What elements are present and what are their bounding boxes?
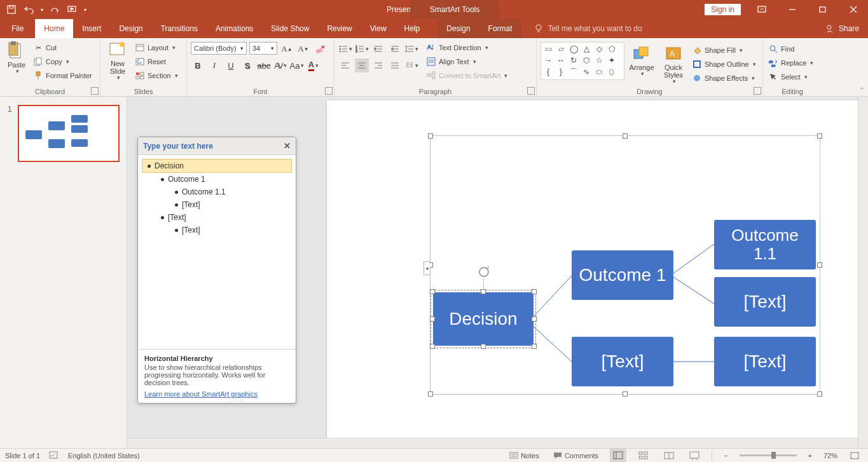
learn-more-link[interactable]: Learn more about SmartArt graphics xyxy=(144,390,258,398)
slide-thumbnail-1[interactable] xyxy=(18,105,120,162)
format-painter-button[interactable]: Format Painter xyxy=(32,69,93,83)
paragraph-launcher-icon[interactable] xyxy=(527,87,535,95)
tab-smartart-format[interactable]: Format xyxy=(479,19,521,38)
tab-help[interactable]: Help xyxy=(396,19,429,38)
zoom-out-icon[interactable]: − xyxy=(721,449,730,463)
spellcheck-icon[interactable] xyxy=(49,451,59,461)
slide-counter[interactable]: Slide 1 of 1 xyxy=(5,452,40,459)
save-icon[interactable] xyxy=(4,2,19,17)
paste-button[interactable]: Paste▾ xyxy=(4,39,29,83)
qat-customize-icon[interactable]: ▾ xyxy=(83,7,88,13)
zoom-in-icon[interactable]: + xyxy=(806,449,815,463)
font-size-combo[interactable]: 34▾ xyxy=(249,42,277,55)
smartart-node-l2c[interactable]: [Text] xyxy=(714,337,816,386)
smartart-node-l2a[interactable]: Outcome 1.1 xyxy=(714,220,816,269)
font-name-combo[interactable]: Calibri (Body)▾ xyxy=(191,42,247,55)
text-pane-item[interactable]: Outcome 1 xyxy=(142,173,292,186)
align-left-icon[interactable] xyxy=(338,58,352,72)
reset-button[interactable]: Reset xyxy=(134,55,179,69)
share-button[interactable]: Share xyxy=(826,19,868,38)
tab-transitions[interactable]: Transitions xyxy=(152,19,207,38)
increase-indent-icon[interactable] xyxy=(388,42,402,56)
smartart-node-l2b[interactable]: [Text] xyxy=(714,277,816,327)
replace-button[interactable]: abacReplace▾ xyxy=(767,56,818,70)
horizontal-scrollbar[interactable] xyxy=(127,438,858,448)
strikethrough-icon[interactable]: abc xyxy=(257,58,271,72)
decrease-font-icon[interactable]: A▼ xyxy=(296,42,310,56)
signin-button[interactable]: Sign in xyxy=(705,4,741,15)
text-direction-button[interactable]: AText Direction▾ xyxy=(425,41,509,55)
numbering-icon[interactable]: 123▾ xyxy=(355,42,369,56)
tab-view[interactable]: View xyxy=(361,19,396,38)
zoom-slider[interactable] xyxy=(740,454,797,456)
maximize-icon[interactable] xyxy=(808,0,837,19)
columns-icon[interactable]: ▾ xyxy=(404,58,418,72)
smartart-node-l1a[interactable]: Outcome 1 xyxy=(572,250,673,300)
copy-button[interactable]: Copy▾ xyxy=(32,55,93,69)
cut-button[interactable]: ✂Cut xyxy=(32,41,93,55)
minimize-icon[interactable] xyxy=(778,0,807,19)
shapes-gallery[interactable]: ▭▱◯△◇⬠ →↔↻⬡☆✦ {}⌒∿⬭⬯ xyxy=(541,42,624,80)
redo-icon[interactable] xyxy=(47,2,62,17)
tell-me-search[interactable]: Tell me what you want to do xyxy=(534,19,642,38)
start-from-beginning-icon[interactable] xyxy=(65,2,80,17)
smartart-node-l1b[interactable]: [Text] xyxy=(572,337,673,386)
character-spacing-icon[interactable]: AV▾ xyxy=(273,58,287,72)
new-slide-button[interactable]: New Slide▾ xyxy=(104,39,131,83)
tab-insert[interactable]: Insert xyxy=(73,19,110,38)
clipboard-launcher-icon[interactable] xyxy=(91,87,99,95)
quick-styles-button[interactable]: A Quick Styles▾ xyxy=(659,42,688,86)
text-pane-item[interactable]: Outcome 1.1 xyxy=(142,186,292,198)
text-pane-toggle-icon[interactable]: ◂ xyxy=(424,261,430,275)
tab-design[interactable]: Design xyxy=(110,19,151,38)
arrange-button[interactable]: Arrange▾ xyxy=(627,42,656,79)
smartart-node-root[interactable]: Decision xyxy=(433,292,534,346)
shadow-icon[interactable]: S xyxy=(240,58,254,72)
text-pane-item[interactable]: [Text] xyxy=(142,224,292,236)
align-right-icon[interactable] xyxy=(371,58,385,72)
undo-dropdown-icon[interactable]: ▾ xyxy=(39,7,45,13)
undo-icon[interactable] xyxy=(22,2,37,17)
align-center-icon[interactable] xyxy=(355,58,369,72)
vertical-scrollbar[interactable] xyxy=(858,97,868,448)
rotation-handle-icon[interactable] xyxy=(478,266,490,278)
increase-font-icon[interactable]: A▲ xyxy=(280,42,294,56)
text-pane-list[interactable]: DecisionOutcome 1Outcome 1.1[Text][Text]… xyxy=(138,155,296,349)
shape-effects-button[interactable]: Shape Effects▾ xyxy=(691,71,757,85)
drawing-launcher-icon[interactable] xyxy=(754,87,761,95)
section-button[interactable]: Section▾ xyxy=(134,69,179,83)
tab-file[interactable]: File xyxy=(0,19,35,38)
tab-slideshow[interactable]: Slide Show xyxy=(262,19,318,38)
normal-view-icon[interactable] xyxy=(610,449,626,463)
underline-icon[interactable]: U xyxy=(224,58,238,72)
slide-sorter-view-icon[interactable] xyxy=(635,449,652,463)
notes-button[interactable]: Notes xyxy=(507,449,542,463)
zoom-level[interactable]: 72% xyxy=(823,452,837,459)
layout-button[interactable]: Layout▾ xyxy=(134,41,179,55)
decrease-indent-icon[interactable] xyxy=(371,42,385,56)
ribbon-display-options-icon[interactable] xyxy=(747,0,776,19)
language-status[interactable]: English (United States) xyxy=(68,452,140,459)
align-text-button[interactable]: Align Text▾ xyxy=(425,55,509,69)
comments-button[interactable]: Comments xyxy=(551,449,601,463)
bold-icon[interactable]: B xyxy=(191,58,205,72)
italic-icon[interactable]: I xyxy=(207,58,221,72)
line-spacing-icon[interactable]: ▾ xyxy=(404,42,418,56)
justify-icon[interactable] xyxy=(388,58,402,72)
change-case-icon[interactable]: Aa▾ xyxy=(290,58,304,72)
shape-fill-button[interactable]: Shape Fill▾ xyxy=(691,43,757,57)
font-launcher-icon[interactable] xyxy=(325,87,333,95)
select-button[interactable]: Select▾ xyxy=(767,70,818,84)
close-icon[interactable] xyxy=(839,0,868,19)
fit-to-window-icon[interactable] xyxy=(846,449,863,463)
text-pane-item[interactable]: [Text] xyxy=(142,198,292,211)
text-pane-item[interactable]: Decision xyxy=(142,159,292,173)
tab-review[interactable]: Review xyxy=(318,19,361,38)
shape-outline-button[interactable]: Shape Outline▾ xyxy=(691,57,757,71)
collapse-ribbon-icon[interactable]: ⌃ xyxy=(859,86,864,93)
clear-formatting-icon[interactable] xyxy=(313,42,327,56)
bullets-icon[interactable]: ▾ xyxy=(338,42,352,56)
tab-animations[interactable]: Animations xyxy=(207,19,262,38)
smartart-selection-frame[interactable]: Decision Outcome 1 [Text] Outcome 1.1 [T… xyxy=(430,135,820,395)
font-color-icon[interactable]: A▾ xyxy=(307,58,320,72)
